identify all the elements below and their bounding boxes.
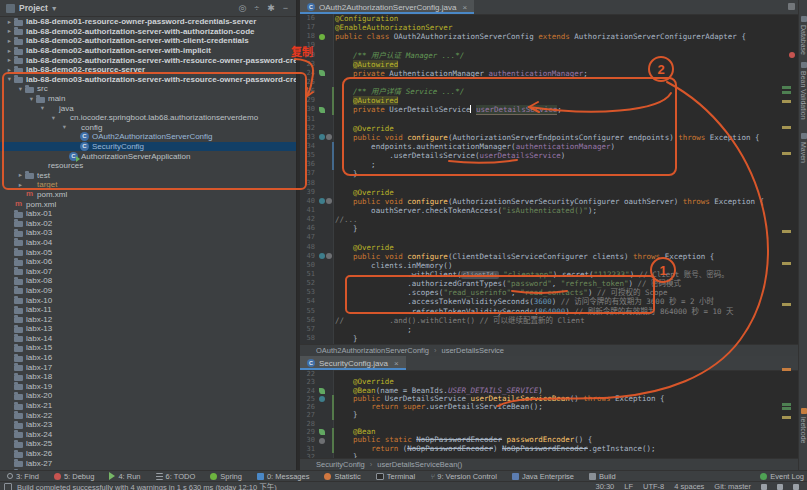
code-line[interactable]: 38	[300, 179, 798, 188]
chevron-expanded-icon[interactable]: ▾	[49, 114, 58, 122]
code-line[interactable]: 56// .and().withClient() // 可以继续配置新的 Cli…	[300, 316, 798, 325]
tree-item[interactable]: ▸lab-68-demo02-resource-server	[0, 65, 296, 75]
tree-item[interactable]: ▸test	[0, 171, 296, 181]
tree-item[interactable]: resources	[0, 161, 296, 171]
tree-item[interactable]: ▾lab-68-demo03-authorization-server-with…	[0, 75, 296, 85]
locate-icon[interactable]: ◎	[238, 4, 246, 13]
code-line[interactable]: 37 }	[300, 169, 798, 178]
tool-stripe-leetcode[interactable]: leetcode	[799, 408, 807, 443]
lock-icon[interactable]	[761, 484, 767, 490]
code-line[interactable]: 16@Configuration	[300, 14, 798, 23]
tree-item[interactable]: labx-16	[0, 353, 296, 363]
code-line[interactable]: 32 @Override	[300, 124, 798, 133]
toolwindow-button-9-version-control[interactable]: ⑂9: Version Control	[430, 472, 497, 481]
code-line[interactable]: 40 public void configure(AuthorizationSe…	[300, 197, 798, 206]
tree-item[interactable]: labx-20	[0, 391, 296, 401]
tab-securityconfig[interactable]: C SecurityConfig.java ×	[300, 356, 406, 370]
project-panel-title[interactable]: Project	[19, 3, 48, 13]
status-widget[interactable]: 30:30	[595, 482, 614, 490]
breadcrumb-class[interactable]: SecurityConfig	[316, 460, 365, 469]
tree-item[interactable]: labx-19	[0, 382, 296, 392]
tree-item[interactable]: labx-02	[0, 218, 296, 228]
tree-item[interactable]: labx-13	[0, 324, 296, 334]
code-line[interactable]: 53 .scopes("read_userinfo", "read_contac…	[300, 288, 798, 297]
status-widget[interactable]: UTF-8	[643, 482, 664, 490]
code-line[interactable]: 58 }	[300, 334, 798, 343]
tree-item[interactable]: labx-15	[0, 343, 296, 353]
tree-item[interactable]: ▾main	[0, 94, 296, 104]
chevron-collapsed-icon[interactable]: ▸	[5, 47, 14, 55]
toolwindow-button-5-debug[interactable]: 5: Debug	[54, 472, 94, 481]
top-editor-code[interactable]: 16@Configuration17@EnableAuthorizationSe…	[300, 14, 798, 344]
tree-item[interactable]: ▾cn.iocoder.springboot.lab68.authorizati…	[0, 113, 296, 123]
code-line[interactable]: 29 @Autowired	[300, 96, 798, 105]
toolwindow-button-6-todo[interactable]: 6: TODO	[156, 472, 196, 481]
tree-item[interactable]: labx-26	[0, 449, 296, 459]
tree-item[interactable]: labx-18	[0, 372, 296, 382]
chevron-expanded-icon[interactable]: ▾	[5, 75, 14, 83]
code-line[interactable]: 54 .accessTokenValiditySeconds(3600) // …	[300, 297, 798, 306]
toolwindow-button-0-messages[interactable]: 0: Messages	[257, 472, 310, 481]
tree-item[interactable]: labx-22	[0, 410, 296, 420]
code-line[interactable]: 18public class OAuth2AuthorizationServer…	[300, 32, 798, 41]
code-line[interactable]: 57 ;	[300, 325, 798, 334]
tree-item[interactable]: labx-06	[0, 257, 296, 267]
tree-item[interactable]: labx-10	[0, 295, 296, 305]
tree-item[interactable]: labx-07	[0, 266, 296, 276]
tree-item[interactable]: labx-17	[0, 362, 296, 372]
close-icon[interactable]: ×	[394, 359, 399, 368]
chevron-collapsed-icon[interactable]: ▸	[5, 56, 14, 64]
code-line[interactable]: 50 clients.inMemory()	[300, 261, 798, 270]
toolwindow-button-event-log[interactable]: Event Log	[760, 472, 804, 481]
tree-item[interactable]: ▾src	[0, 84, 296, 94]
status-widget[interactable]: Git: master	[714, 482, 751, 490]
tree-item[interactable]: labx-25	[0, 439, 296, 449]
tree-item[interactable]: labx-21	[0, 401, 296, 411]
code-line[interactable]: 41 oauthServer.checkTokenAccess("isAuthe…	[300, 206, 798, 215]
chevron-collapsed-icon[interactable]: ▸	[5, 27, 14, 35]
code-line[interactable]: 51 .withClient(clientId: "clientapp").se…	[300, 270, 798, 279]
tree-item[interactable]: labx-04	[0, 238, 296, 248]
toolwindow-button-java-enterprise[interactable]: Java Enterprise	[512, 472, 574, 481]
hide-panel-icon[interactable]: −	[283, 4, 288, 13]
tree-item[interactable]: labx-12	[0, 314, 296, 324]
status-widget[interactable]: 4 spaces	[674, 482, 704, 490]
tree-item[interactable]: ▸lab-68-demo02-authorization-server-with…	[0, 46, 296, 56]
code-line[interactable]: 36 ;	[300, 160, 798, 169]
tree-item[interactable]: labx-23	[0, 420, 296, 430]
code-line[interactable]: 39 @Override	[300, 188, 798, 197]
tree-item[interactable]: labx-27	[0, 458, 296, 468]
tool-stripe-bean-validation[interactable]: Bean Validation	[799, 62, 807, 120]
close-icon[interactable]: ×	[462, 3, 467, 12]
tree-item[interactable]: labx-03	[0, 228, 296, 238]
code-line[interactable]: 49 public void configure(ClientDetailsSe…	[300, 252, 798, 261]
code-line[interactable]: 19	[300, 41, 798, 50]
code-line[interactable]: 55 .refreshTokenValiditySeconds(864000) …	[300, 307, 798, 316]
collapse-all-icon[interactable]: ÷	[254, 4, 259, 13]
tree-item[interactable]: ▸lab-68-demo02-authorization-server-with…	[0, 27, 296, 37]
tree-item[interactable]: mpom.xml	[0, 190, 296, 200]
tree-item[interactable]: COAuth2AuthorizationServerConfig	[0, 132, 296, 142]
toolwindow-button-4-run[interactable]: 4: Run	[109, 472, 140, 481]
bottom-editor-code[interactable]: 2223 @Override24 @Bean(name = BeanIds.US…	[300, 370, 798, 458]
tree-item[interactable]: labx-05	[0, 247, 296, 257]
tab-oauth2authorizationserverconfig[interactable]: C OAuth2AuthorizationServerConfig.java ×	[300, 0, 474, 14]
code-line[interactable]: 20 /** 用户认证 Manager ...*/	[300, 51, 798, 60]
tree-item[interactable]: labx-08	[0, 276, 296, 286]
chevron-expanded-icon[interactable]: ▾	[60, 123, 69, 131]
chevron-collapsed-icon[interactable]: ▸	[5, 66, 14, 74]
tree-item[interactable]: ▸target	[0, 180, 296, 190]
breadcrumb-member[interactable]: userDetailsService	[441, 346, 504, 355]
code-line[interactable]: 46 }	[300, 224, 798, 233]
code-line[interactable]: 25	[300, 78, 798, 87]
chevron-collapsed-icon[interactable]: ▸	[16, 171, 25, 179]
tree-item[interactable]: labx-24	[0, 430, 296, 440]
breadcrumb-member[interactable]: userDetailsServiceBean()	[377, 460, 462, 469]
code-line[interactable]: 27 }	[300, 411, 798, 419]
code-line[interactable]: 42//...	[300, 215, 798, 224]
code-line[interactable]: 47	[300, 233, 798, 242]
settings-gear-icon[interactable]: ✱	[267, 4, 275, 13]
tree-item[interactable]: mpom.xml	[0, 199, 296, 209]
tree-item[interactable]: ▾java	[0, 103, 296, 113]
code-line[interactable]: 34 endpoints.authenticationManager(authe…	[300, 142, 798, 151]
